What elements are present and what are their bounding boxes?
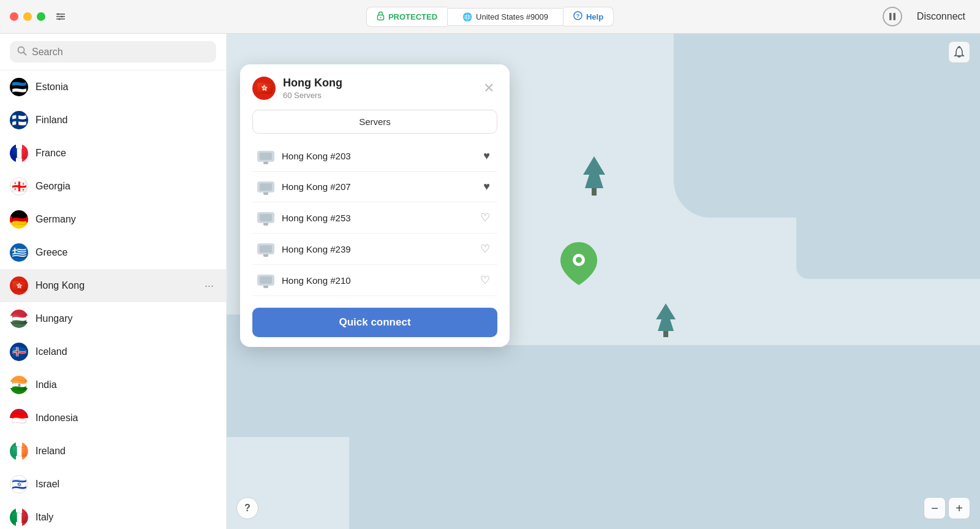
country-name-hungary: Hungary <box>36 313 72 324</box>
country-list: 🇪🇪 Estonia 🇫🇮 Finland 🇫🇷 France 🇬🇪 Georg… <box>0 70 226 529</box>
flag-hungary: 🇭🇺 <box>10 310 28 328</box>
minimize-window-button[interactable] <box>23 12 32 21</box>
server-row-5[interactable]: Hong Kong #230 ♡ <box>252 296 497 300</box>
country-name-georgia: Georgia <box>36 181 70 192</box>
lock-icon <box>377 11 385 23</box>
flag-france: 🇫🇷 <box>10 144 28 162</box>
country-item-hongkong[interactable]: 🇭🇰 Hong Kong ··· <box>0 269 226 302</box>
search-container <box>0 34 226 70</box>
flag-hongkong: 🇭🇰 <box>10 276 28 295</box>
server-icon-4 <box>257 275 274 286</box>
country-item-italy[interactable]: 🇮🇹 Italy <box>0 501 226 529</box>
svg-point-12 <box>18 47 24 53</box>
country-name-germany: Germany <box>36 214 76 225</box>
popup-panel: 🇭🇰 Hong Kong 60 Servers ✕ Servers Hong K… <box>240 64 510 347</box>
server-row-0[interactable]: Hong Kong #203 ♥ <box>252 141 497 172</box>
search-icon <box>17 46 27 58</box>
favorite-button-2[interactable]: ♡ <box>478 210 492 226</box>
country-item-finland[interactable]: 🇫🇮 Finland <box>0 104 226 137</box>
country-item-hungary[interactable]: 🇭🇺 Hungary <box>0 302 226 335</box>
country-item-estonia[interactable]: 🇪🇪 Estonia <box>0 70 226 104</box>
country-name-estonia: Estonia <box>36 82 68 93</box>
country-item-germany[interactable]: 🇩🇪 Germany <box>0 203 226 236</box>
svg-point-20 <box>959 47 960 48</box>
server-icon-3 <box>257 243 274 254</box>
window-controls <box>10 12 45 21</box>
help-label: Help <box>586 12 603 21</box>
close-window-button[interactable] <box>10 12 18 21</box>
popup-title-group: 🇭🇰 Hong Kong 60 Servers <box>252 77 342 100</box>
svg-rect-17 <box>663 331 668 337</box>
flag-israel: 🇮🇱 <box>10 475 28 493</box>
svg-marker-16 <box>656 303 676 331</box>
server-name-badge[interactable]: 🌐 United States #9009 <box>447 8 564 26</box>
server-row-1[interactable]: Hong Kong #207 ♥ <box>252 172 497 202</box>
flag-germany: 🇩🇪 <box>10 210 28 229</box>
country-item-greece[interactable]: 🇬🇷 Greece <box>0 236 226 269</box>
server-row-4[interactable]: Hong Kong #210 ♡ <box>252 265 497 296</box>
server-row-2[interactable]: Hong Kong #253 ♡ <box>252 202 497 234</box>
more-options-button-hongkong[interactable]: ··· <box>202 280 216 292</box>
svg-text:?: ? <box>576 13 580 19</box>
favorite-button-1[interactable]: ♥ <box>481 179 492 194</box>
server-name-3: Hong Kong #239 <box>282 244 470 254</box>
titlebar-center: PROTECTED 🌐 United States #9009 ? Help <box>366 7 614 27</box>
popup-server-count: 60 Servers <box>283 91 342 100</box>
country-item-georgia[interactable]: 🇬🇪 Georgia <box>0 170 226 203</box>
flag-georgia: 🇬🇪 <box>10 177 28 196</box>
favorite-button-0[interactable]: ♥ <box>481 148 492 164</box>
quick-connect-button[interactable]: Quick connect <box>252 308 497 337</box>
country-name-ireland: Ireland <box>36 446 66 457</box>
country-name-israel: Israel <box>36 479 59 490</box>
zoom-controls: − + <box>924 497 970 519</box>
help-circle-icon: ? <box>573 11 582 22</box>
popup-close-button[interactable]: ✕ <box>480 80 497 97</box>
svg-rect-11 <box>893 13 895 20</box>
servers-tab[interactable]: Servers <box>252 110 497 134</box>
maximize-window-button[interactable] <box>37 12 45 21</box>
country-item-israel[interactable]: 🇮🇱 Israel <box>0 468 226 501</box>
favorite-button-3[interactable]: ♡ <box>478 241 492 257</box>
map-water-right <box>796 156 980 279</box>
map-area: 🇭🇰 Hong Kong 60 Servers ✕ Servers Hong K… <box>227 34 980 529</box>
popup-flag: 🇭🇰 <box>252 77 276 100</box>
country-name-finland: Finland <box>36 115 67 126</box>
country-item-india[interactable]: 🇮🇳 India <box>0 368 226 402</box>
server-name-0: Hong Kong #203 <box>282 151 473 161</box>
flag-ireland: 🇮🇪 <box>10 442 28 460</box>
server-name-1: Hong Kong #207 <box>282 181 473 192</box>
tree-1 <box>582 156 606 196</box>
settings-icon[interactable] <box>55 11 66 22</box>
favorite-button-4[interactable]: ♡ <box>478 272 492 288</box>
flag-indonesia: 🇮🇩 <box>10 409 28 427</box>
flag-greece: 🇬🇷 <box>10 243 28 262</box>
popup-flag-emoji: 🇭🇰 <box>256 80 273 96</box>
svg-point-5 <box>59 18 61 20</box>
disconnect-button[interactable]: Disconnect <box>912 7 970 26</box>
country-item-ireland[interactable]: 🇮🇪 Ireland <box>0 435 226 468</box>
protected-badge: PROTECTED <box>366 7 447 27</box>
country-item-iceland[interactable]: 🇮🇸 Iceland <box>0 335 226 368</box>
flag-iceland: 🇮🇸 <box>10 343 28 361</box>
help-badge[interactable]: ? Help <box>564 7 614 26</box>
country-name-greece: Greece <box>36 247 67 258</box>
svg-point-3 <box>58 13 59 15</box>
country-item-france[interactable]: 🇫🇷 France <box>0 137 226 170</box>
pause-button[interactable] <box>883 7 902 26</box>
country-item-indonesia[interactable]: 🇮🇩 Indonesia <box>0 402 226 435</box>
server-icon-2 <box>257 212 274 223</box>
country-name-france: France <box>36 148 66 159</box>
zoom-out-button[interactable]: − <box>924 497 946 519</box>
zoom-in-button[interactable]: + <box>948 497 970 519</box>
search-input[interactable] <box>32 47 209 58</box>
location-pin <box>560 242 597 285</box>
country-name-india: India <box>36 379 57 390</box>
country-name-indonesia: Indonesia <box>36 413 78 424</box>
svg-marker-14 <box>583 156 605 188</box>
main-content: 🇪🇪 Estonia 🇫🇮 Finland 🇫🇷 France 🇬🇪 Georg… <box>0 34 980 529</box>
notification-bell-button[interactable] <box>948 41 970 63</box>
svg-point-19 <box>576 257 582 263</box>
map-help-button[interactable]: ? <box>236 497 258 519</box>
svg-line-13 <box>24 53 27 56</box>
server-row-3[interactable]: Hong Kong #239 ♡ <box>252 234 497 265</box>
